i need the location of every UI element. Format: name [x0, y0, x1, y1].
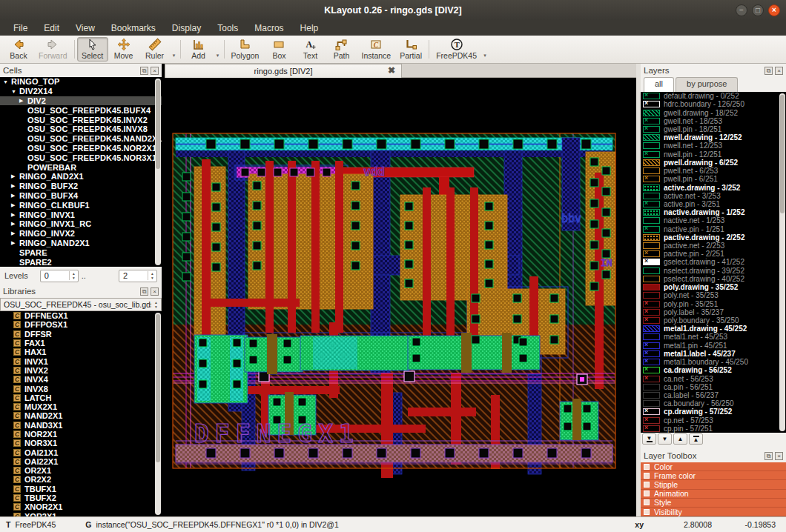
cell-tree-item[interactable]: OSU_SOC_FREEPDK45.NAND2X1	[0, 134, 162, 144]
layer-swatch[interactable]: ×	[643, 250, 660, 257]
layer-swatch[interactable]: ×	[643, 309, 660, 316]
cell-tree-item[interactable]: OSU_SOC_FREEPDK45.NOR3X1	[0, 153, 162, 162]
menu-help[interactable]: Help	[293, 21, 326, 35]
box-button[interactable]: Box	[263, 37, 294, 61]
layer-swatch[interactable]: ×	[643, 350, 660, 357]
layer-row[interactable]: ×poly.pin - 35/251	[641, 299, 786, 307]
close-icon[interactable]: ×	[151, 67, 159, 75]
section-checkbox[interactable]	[644, 473, 650, 479]
layer-row[interactable]: metal1.drawing - 45/252	[641, 325, 786, 333]
layer-swatch[interactable]: ×	[643, 425, 660, 432]
library-cell-item[interactable]: COAI21X1	[0, 448, 162, 456]
move-layer-to-top-icon[interactable]: ▲	[689, 433, 703, 445]
toolbox-section-visibility[interactable]: Visibility	[641, 508, 786, 516]
add-dropdown-icon[interactable]: ▾	[214, 36, 222, 63]
layer-row[interactable]: ×nactive.pin - 1/251	[641, 225, 786, 233]
layer-swatch[interactable]: ×	[643, 301, 660, 307]
library-cell-item[interactable]: CDFFSR	[0, 330, 162, 339]
layer-swatch[interactable]: ×	[643, 176, 660, 182]
layer-swatch[interactable]	[643, 333, 660, 340]
layout-canvas[interactable]: vdd bbv IN DFFNEGX1	[165, 78, 636, 516]
layer-row[interactable]: ×pwell.pin - 6/251	[641, 175, 786, 183]
cell-tree-item[interactable]: SPARE2	[0, 257, 162, 267]
layer-row[interactable]: ca.boundary - 56/250	[641, 399, 786, 408]
layer-row[interactable]: ×metal1.label - 45/237	[641, 350, 786, 358]
layer-swatch[interactable]	[643, 234, 660, 241]
close-icon[interactable]: ×	[151, 287, 159, 296]
libraries-scrollbar[interactable]	[155, 313, 161, 515]
layer-row[interactable]: active.net - 3/253	[641, 192, 786, 200]
select-button[interactable]: Select	[77, 37, 108, 61]
layer-row[interactable]: nselect.drawing - 39/252	[641, 267, 786, 275]
text-button[interactable]: AText	[294, 37, 326, 61]
layer-row[interactable]: ×gwell.pin - 18/251	[641, 125, 786, 133]
layer-row[interactable]: ×gselect.drawing - 41/252	[641, 258, 786, 266]
add-button[interactable]: Add	[183, 37, 214, 61]
layer-row[interactable]: poly.drawing - 35/252	[641, 283, 786, 291]
layer-swatch[interactable]	[643, 134, 660, 141]
close-button[interactable]: ×	[768, 4, 780, 16]
float-icon[interactable]: ⧉	[140, 287, 148, 296]
cell-tree-item[interactable]: OSU_SOC_FREEPDK45.BUFX4	[0, 105, 162, 115]
toolbox-section-style[interactable]: Style	[641, 499, 786, 508]
library-cell-item[interactable]: CTBUFX1	[0, 485, 162, 493]
library-cell-item[interactable]: COR2X2	[0, 475, 162, 484]
move-layer-to-bottom-icon[interactable]: ▼	[642, 433, 656, 445]
cell-tree-item[interactable]: ▼DIV2X14	[0, 87, 162, 96]
instance-button[interactable]: CInstance	[357, 37, 395, 61]
layer-row[interactable]: ×pactive.pin - 2/251	[641, 250, 786, 258]
cell-tree-item[interactable]: ▶RINGO_AND2X1	[0, 172, 162, 182]
layer-row[interactable]: ×metal1.pin - 45/251	[641, 342, 786, 350]
library-cell-item[interactable]: CNOR3X1	[0, 439, 162, 448]
layer-swatch[interactable]	[643, 276, 660, 282]
layer-row[interactable]: nactive.drawing - 1/252	[641, 208, 786, 216]
layer-row[interactable]: ×gwell.drawing - 18/252	[641, 108, 786, 116]
layer-row[interactable]: ca.pin - 56/251	[641, 383, 786, 391]
cell-tree-item[interactable]: ▶RINGO_NAND2X1	[0, 239, 162, 248]
layer-swatch[interactable]	[643, 167, 660, 174]
layer-swatch[interactable]: ×	[643, 201, 660, 207]
back-button[interactable]: Back	[3, 37, 34, 61]
layer-swatch[interactable]	[643, 217, 660, 224]
library-cell-item[interactable]: CLATCH	[0, 393, 162, 402]
expand-arrow-icon[interactable]: ▶	[11, 240, 19, 246]
layer-swatch[interactable]	[643, 242, 660, 249]
maximize-button[interactable]: □	[752, 4, 764, 16]
layer-swatch[interactable]: ×	[643, 317, 660, 324]
section-checkbox[interactable]	[644, 464, 650, 470]
library-cell-item[interactable]: CNAND3X1	[0, 421, 162, 430]
layer-swatch[interactable]: ×	[643, 417, 660, 424]
layer-swatch[interactable]: ×	[643, 376, 660, 382]
library-cell-item[interactable]: COAI22X1	[0, 457, 162, 466]
layer-row[interactable]: pactive.net - 2/253	[641, 242, 786, 250]
layer-row[interactable]: ×metal1.boundary - 45/250	[641, 358, 786, 366]
section-checkbox[interactable]	[644, 499, 650, 505]
freepdk45-dropdown-icon[interactable]: ▾	[481, 36, 489, 63]
layer-swatch[interactable]	[643, 159, 660, 166]
library-cell-item[interactable]: CINVX2	[0, 366, 162, 375]
layer-row[interactable]: pwell.net - 6/253	[641, 167, 786, 175]
layer-row[interactable]: ×cp.pin - 57/251	[641, 425, 786, 433]
layer-row[interactable]: ×poly.boundary - 35/250	[641, 316, 786, 325]
layer-swatch[interactable]: ×	[643, 101, 660, 107]
section-checkbox[interactable]	[644, 491, 650, 496]
cell-tree-item[interactable]: OSU_SOC_FREEPDK45.NOR2X1	[0, 144, 162, 153]
expand-arrow-icon[interactable]: ▶	[11, 193, 19, 199]
layers-scrollbar[interactable]	[779, 93, 785, 431]
cell-tree-item[interactable]: ▶RINGO_INVX2	[0, 229, 162, 239]
section-checkbox[interactable]	[644, 509, 650, 515]
toolbox-section-animation[interactable]: Animation	[641, 490, 786, 499]
cell-tree-item[interactable]: ▼RINGO_TOP	[0, 77, 162, 87]
menu-bookmarks[interactable]: Bookmarks	[104, 21, 163, 35]
cell-tree-item[interactable]: OSU_SOC_FREEPDK45.INVX8	[0, 124, 162, 134]
cell-tree-item[interactable]: POWERBAR	[0, 162, 162, 172]
levels-to-spinbox[interactable]: 2 ▴▾	[119, 270, 157, 282]
layer-row[interactable]: ×hdrc.boundary - 126/250	[641, 100, 786, 108]
close-icon[interactable]: ×	[775, 67, 783, 75]
float-icon[interactable]: ⧉	[764, 67, 773, 75]
layer-swatch[interactable]	[643, 292, 660, 299]
layer-swatch[interactable]: ×	[643, 408, 660, 415]
layer-swatch[interactable]	[643, 209, 660, 216]
layers-tab-by-purpose[interactable]: by purpose	[676, 77, 738, 92]
layer-swatch[interactable]: ×	[643, 118, 660, 124]
